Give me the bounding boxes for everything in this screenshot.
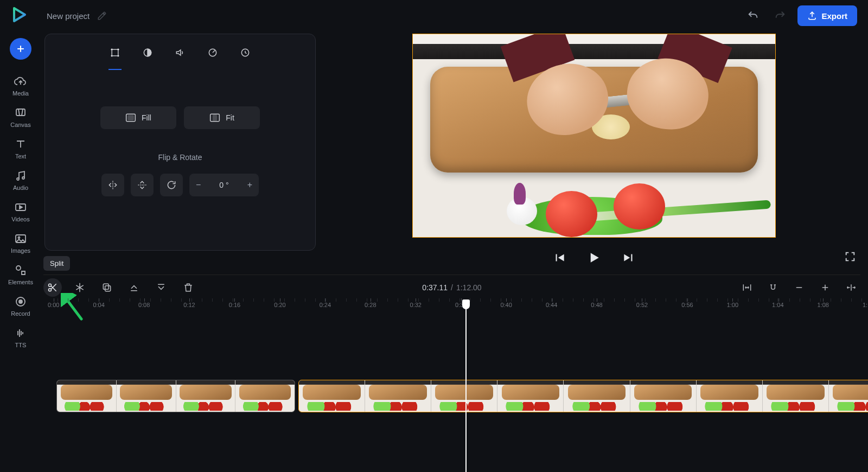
timeline-tracks[interactable]: [43, 326, 863, 472]
fullscreen-button[interactable]: [844, 251, 856, 263]
next-button[interactable]: [622, 250, 636, 266]
fit-button[interactable]: Fit: [184, 106, 260, 129]
timeline-fit-button[interactable]: [738, 278, 756, 297]
rotate-cw-button[interactable]: [160, 174, 183, 196]
topbar: New project Export: [41, 0, 868, 31]
playback-controls: [412, 250, 776, 266]
ruler-tick: 1:08: [818, 302, 829, 308]
total-time: 1:12.00: [456, 283, 482, 292]
fit-icon: [209, 113, 220, 123]
sidebar-item-videos[interactable]: Videos: [4, 201, 37, 222]
record-icon: [14, 295, 27, 308]
redo-button[interactable]: [770, 6, 790, 25]
sidebar-item-record[interactable]: Record: [4, 295, 37, 317]
sidebar-item-text[interactable]: Text: [4, 138, 37, 160]
sidebar-label: Images: [11, 247, 30, 254]
tab-color[interactable]: [140, 45, 155, 60]
sidebar-label: Elements: [8, 279, 33, 285]
trash-icon: [183, 282, 194, 293]
target-icon: [207, 47, 218, 58]
svg-point-6: [16, 266, 21, 270]
property-panel: Fill Fit Flip & Rotate − 0 ° +: [44, 34, 316, 251]
flip-rotate-title: Flip & Rotate: [61, 153, 299, 162]
zoom-out-button[interactable]: [790, 278, 808, 297]
waveform-icon: [14, 327, 27, 340]
plus-icon: [820, 283, 830, 292]
ruler-tick: 0:48: [591, 302, 602, 308]
freeze-button[interactable]: [71, 278, 89, 297]
layer-down-button[interactable]: [152, 278, 170, 297]
increment-button[interactable]: +: [247, 180, 252, 190]
preview-canvas[interactable]: [412, 34, 776, 238]
svg-point-10: [117, 49, 119, 50]
sidebar-label: Media: [12, 90, 29, 97]
export-label: Export: [821, 11, 847, 21]
undo-button[interactable]: [743, 6, 763, 25]
ruler-tick: 0:32: [410, 302, 422, 308]
fill-button[interactable]: Fill: [100, 106, 176, 129]
ruler-tick: 0:56: [681, 302, 693, 308]
rotate-input[interactable]: − 0 ° +: [189, 174, 259, 196]
fit-width-icon: [742, 282, 752, 293]
sidebar-item-canvas[interactable]: Canvas: [4, 106, 37, 128]
export-button[interactable]: Export: [797, 5, 857, 26]
ruler-tick: 0:24: [320, 302, 331, 308]
sidebar-item-images[interactable]: Images: [4, 232, 37, 254]
timeline-toolbar: 0:37.11 / 1:12.00: [43, 276, 860, 299]
ruler-tick: 1:00: [727, 302, 738, 308]
add-button[interactable]: [10, 38, 31, 60]
ruler-tick: 0:16: [229, 302, 240, 308]
sidebar-item-tts[interactable]: TTS: [4, 327, 37, 348]
edit-title-icon[interactable]: [97, 11, 107, 21]
volume-icon: [175, 47, 186, 58]
music-icon: [14, 169, 27, 182]
svg-point-11: [111, 55, 113, 56]
sidebar-item-media[interactable]: Media: [4, 75, 37, 97]
preview-frame: [413, 34, 775, 237]
svg-point-2: [22, 177, 24, 179]
tab-speed[interactable]: [205, 45, 220, 60]
clip-2-selected[interactable]: [298, 380, 868, 412]
svg-rect-19: [213, 115, 217, 120]
tab-transform[interactable]: [107, 45, 123, 60]
svg-point-5: [18, 237, 20, 239]
zoom-fit-button[interactable]: [842, 278, 860, 297]
collapse-h-icon: [846, 282, 857, 293]
svg-point-1: [17, 178, 19, 180]
svg-rect-17: [128, 116, 133, 120]
zoom-in-button[interactable]: [816, 278, 834, 297]
sidebar-item-elements[interactable]: Elements: [4, 264, 37, 285]
duplicate-button[interactable]: [98, 278, 116, 297]
sidebar-item-audio[interactable]: Audio: [4, 169, 37, 191]
tab-animation[interactable]: [238, 45, 253, 60]
playhead-handle[interactable]: [462, 299, 470, 309]
ruler-tick: 0:12: [183, 302, 195, 308]
upload-icon: [807, 11, 817, 21]
svg-rect-22: [105, 286, 111, 291]
image-icon: [14, 232, 27, 245]
play-button[interactable]: [586, 250, 602, 266]
sidebar: Media Canvas Text Audio Videos Images El…: [0, 31, 41, 472]
ruler-tick: 0:52: [636, 302, 648, 308]
shapes-icon: [14, 264, 27, 277]
svg-point-12: [117, 55, 119, 56]
split-button[interactable]: [43, 278, 62, 297]
ruler-tick: 0:04: [93, 302, 104, 308]
prev-button[interactable]: [552, 250, 566, 266]
timeline-magnet-button[interactable]: [764, 278, 782, 297]
svg-point-9: [111, 49, 113, 50]
canvas-icon: [14, 106, 27, 119]
delete-button[interactable]: [179, 278, 197, 297]
playhead-line[interactable]: [465, 299, 467, 472]
clip-1[interactable]: [56, 380, 295, 412]
timeline-ruler[interactable]: 0:000:040:080:120:160:200:240:280:320:36…: [48, 302, 863, 318]
project-title[interactable]: New project: [47, 11, 90, 21]
decrement-button[interactable]: −: [196, 180, 201, 190]
ruler-tick: 1:12: [863, 302, 868, 308]
tab-volume[interactable]: [173, 45, 188, 60]
sidebar-label: Audio: [13, 184, 28, 191]
flip-vertical-button[interactable]: [131, 174, 154, 196]
sidebar-label: Videos: [11, 216, 29, 222]
flip-horizontal-button[interactable]: [101, 174, 124, 196]
layer-up-button[interactable]: [125, 278, 143, 297]
